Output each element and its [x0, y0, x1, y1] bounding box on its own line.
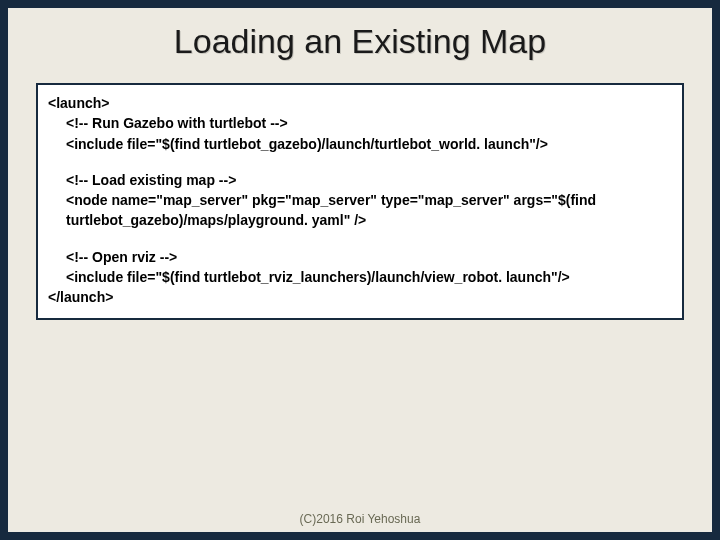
code-line: <include file="$(find turtlebot_rviz_lau… [48, 267, 672, 287]
code-box: <launch> <!-- Run Gazebo with turtlebot … [36, 83, 684, 320]
code-line: <launch> [48, 95, 109, 111]
slide: Loading an Existing Map <launch> <!-- Ru… [0, 0, 720, 540]
footer-copyright: (C)2016 Roi Yehoshua [8, 512, 712, 526]
code-block-gazebo: <launch> <!-- Run Gazebo with turtlebot … [48, 93, 672, 154]
code-block-rviz: <!-- Open rviz --> <include file="$(find… [48, 247, 672, 308]
code-line: </launch> [48, 289, 113, 305]
code-line: <include file="$(find turtlebot_gazebo)/… [48, 134, 672, 154]
code-line: <node name="map_server" pkg="map_server"… [48, 190, 672, 231]
code-line: <!-- Open rviz --> [48, 247, 672, 267]
slide-title: Loading an Existing Map [8, 22, 712, 61]
code-line: <!-- Run Gazebo with turtlebot --> [48, 113, 672, 133]
code-block-map: <!-- Load existing map --> <node name="m… [48, 170, 672, 231]
code-line: <!-- Load existing map --> [48, 170, 672, 190]
